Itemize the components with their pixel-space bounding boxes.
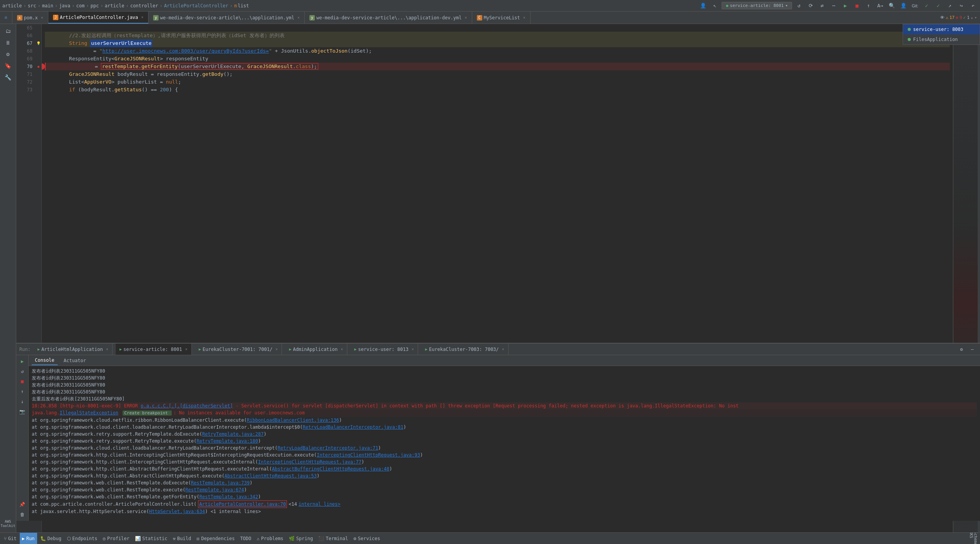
status-statistic[interactable]: 📊 Statistic bbox=[133, 533, 170, 544]
menu-icon[interactable]: ⋯ bbox=[829, 1, 838, 10]
files-application-item[interactable]: FilesApplication bbox=[903, 34, 980, 44]
service-user-8003-item[interactable]: service-user: 8003 bbox=[903, 24, 980, 34]
run-tab-service-user[interactable]: ▶ service-user: 8013 × bbox=[350, 344, 418, 355]
console-tab-console[interactable]: Console bbox=[32, 356, 58, 365]
status-debug[interactable]: 🐛 Debug bbox=[38, 533, 64, 544]
translate-icon[interactable]: A→ bbox=[876, 1, 885, 10]
code-line-69: ResponseEntity<GraceJSONResult> response… bbox=[45, 55, 950, 63]
log-line-12: at org.springframework.http.client.Abstr… bbox=[32, 465, 977, 472]
camera-btn[interactable]: 📷 bbox=[18, 407, 27, 416]
code-line-70: = restTemplate.getForEntity(userServerUr… bbox=[45, 63, 950, 70]
status-todo[interactable]: TODO bbox=[238, 533, 254, 544]
check2-icon[interactable]: ✓ bbox=[934, 1, 943, 10]
sidebar-tool-icon[interactable]: 🔧 bbox=[2, 72, 14, 83]
console-output-area: Console Actuator 发布者id列表230311GG505NFY80… bbox=[29, 355, 980, 521]
minimize-run-btn[interactable]: — bbox=[968, 345, 977, 354]
status-terminal[interactable]: ⬛ Terminal bbox=[316, 533, 350, 544]
status-run[interactable]: ▶ Run bbox=[20, 533, 37, 544]
internal-lines-link[interactable]: internal lines> bbox=[299, 501, 340, 508]
person-icon[interactable]: 👤 bbox=[698, 1, 708, 10]
log-line-error-main: 18:26.858 [http-nio-8001-exec-9] ERROR o… bbox=[32, 402, 977, 409]
play-icon[interactable]: ▶ bbox=[841, 1, 850, 10]
code-line-65 bbox=[45, 24, 950, 32]
stop-btn[interactable]: ■ bbox=[18, 377, 27, 386]
log-line-7: at org.springframework.retry.support.Ret… bbox=[32, 431, 977, 438]
status-build[interactable]: ⚒ Build bbox=[171, 533, 193, 544]
status-endpoints[interactable]: ⬡ Endpoints bbox=[65, 533, 100, 544]
services-icon: ⚙ bbox=[353, 536, 356, 541]
tab-myservice-list[interactable]: C MyServiceList × bbox=[472, 12, 531, 24]
status-git[interactable]: ⑂ Git bbox=[2, 533, 19, 544]
close-run-tab-0[interactable]: × bbox=[106, 347, 108, 351]
git-arrow-icon[interactable]: ↗ bbox=[945, 1, 954, 10]
user-icon[interactable]: 👤 bbox=[899, 1, 908, 10]
run-tab-eureka-7001[interactable]: ▶ EurekaCluster-7001: 7001/ × bbox=[195, 344, 282, 355]
tab-project[interactable]: ≡ bbox=[0, 12, 12, 24]
log-line-16: at org.springframework.web.client.RestTe… bbox=[32, 493, 977, 500]
stop-icon[interactable]: ■ bbox=[852, 1, 862, 10]
console-sub-tabs: Console Actuator bbox=[29, 355, 980, 366]
log-line-illegal-state: java.lang.IllegalStateException Create b… bbox=[32, 409, 977, 417]
run-status-icon: ▶ bbox=[22, 536, 25, 541]
rerun-icon[interactable]: ↺ bbox=[794, 1, 804, 10]
cursor-icon[interactable]: ↖ bbox=[710, 1, 719, 10]
close-list-btn[interactable]: × bbox=[523, 15, 526, 20]
illegal-state-link[interactable]: IllegalStateException bbox=[60, 410, 118, 416]
log-line-3: 发布者id列表230311GG505NFY80 bbox=[32, 388, 977, 395]
sync-icon[interactable]: ⇄ bbox=[818, 1, 827, 10]
console-tab-actuator[interactable]: Actuator bbox=[61, 356, 89, 365]
close-yml-btn[interactable]: × bbox=[297, 15, 300, 20]
close-controller-btn[interactable]: × bbox=[141, 15, 143, 19]
console-body: ▶ ↺ ■ ↑ ↓ 📷 📌 🗑 Console Actuator bbox=[16, 355, 980, 521]
scroll-down-btn[interactable]: ↓ bbox=[18, 397, 27, 406]
reload-icon[interactable]: ⟳ bbox=[806, 1, 815, 10]
sidebar-git-icon[interactable]: ⚙ bbox=[2, 49, 14, 60]
git-push-icon[interactable]: ↑ bbox=[864, 1, 873, 10]
close-run-tab-2[interactable]: × bbox=[275, 347, 278, 351]
close-run-tab-3[interactable]: × bbox=[341, 347, 343, 351]
left-sidebar: 🗂 ≣ ⚙ 🔖 🔧 AWSToolkit bbox=[0, 24, 16, 532]
log-line-13: at org.springframework.http.client.Abstr… bbox=[32, 472, 977, 479]
log-line-9: at org.springframework.cloud.client.load… bbox=[32, 445, 977, 452]
status-dependencies[interactable]: ⧈ Dependencies bbox=[194, 533, 237, 544]
article-controller-link[interactable]: ArticlePortalController.java:70 bbox=[199, 501, 286, 507]
close-pom-btn[interactable]: × bbox=[41, 15, 43, 20]
close-run-tab-1[interactable]: × bbox=[185, 347, 188, 351]
dispatcher-servlet-link[interactable]: o.a.c.c.C.[.[.[dispatcherServlet] bbox=[141, 403, 233, 409]
tab-application-yml[interactable]: y we-media-dev-service-article\...\appli… bbox=[149, 12, 305, 24]
code-line-71: GraceJSONResult bodyResult = responseEnt… bbox=[45, 70, 950, 78]
trash-btn[interactable]: 🗑 bbox=[18, 510, 27, 519]
restart-btn[interactable]: ▶ bbox=[18, 357, 27, 366]
tab-application-dev-yml[interactable]: y we-media-dev-service-article\...\appli… bbox=[305, 12, 472, 24]
tab-article-controller[interactable]: J ArticlePortalController.java × bbox=[48, 12, 149, 24]
close-yml-dev-btn[interactable]: × bbox=[465, 15, 467, 20]
log-line-15: at org.springframework.web.client.RestTe… bbox=[32, 486, 977, 493]
pin-btn[interactable]: 📌 bbox=[18, 500, 27, 509]
run-tab-eureka-7003[interactable]: ▶ EurekaCluster-7003: 7003/ × bbox=[421, 344, 509, 355]
sidebar-aws-icon[interactable]: AWSToolkit bbox=[1, 517, 15, 531]
tab-pom[interactable]: x pom.x × bbox=[12, 12, 48, 24]
search-icon[interactable]: 🔍 bbox=[887, 1, 896, 10]
rerun-btn[interactable]: ↺ bbox=[18, 367, 27, 376]
close-run-tab-5[interactable]: × bbox=[502, 347, 504, 351]
status-spring[interactable]: 🌿 Spring bbox=[287, 533, 315, 544]
close-run-tab-4[interactable]: × bbox=[411, 347, 414, 351]
sidebar-bookmark-icon[interactable]: 🔖 bbox=[2, 60, 14, 71]
status-problems[interactable]: ⚠ Problems bbox=[254, 533, 286, 544]
git-arrow2-icon[interactable]: ↪ bbox=[957, 1, 966, 10]
status-services[interactable]: ⚙ Services bbox=[351, 533, 382, 544]
service-selector[interactable]: ● service-article: 8001 ▾ bbox=[722, 2, 792, 9]
statistic-icon: 📊 bbox=[135, 536, 141, 541]
checkmark-icon[interactable]: ✓ bbox=[922, 1, 931, 10]
run-tab-service-article[interactable]: ▶ service-article: 8001 × bbox=[116, 344, 192, 355]
git-label[interactable]: Git: bbox=[910, 1, 920, 10]
rks-scheme[interactable]: RKS Scheme bbox=[968, 532, 978, 544]
status-profiler[interactable]: ◎ Profiler bbox=[101, 533, 132, 544]
undo-icon[interactable]: ↶ bbox=[968, 1, 978, 10]
sidebar-structure-icon[interactable]: ≣ bbox=[2, 37, 14, 48]
run-tab-admin[interactable]: ▶ AdminApplication × bbox=[285, 344, 347, 355]
settings-run-btn[interactable]: ⚙ bbox=[957, 345, 966, 354]
sidebar-project-icon[interactable]: 🗂 bbox=[2, 26, 14, 36]
scroll-up-btn[interactable]: ↑ bbox=[18, 387, 27, 396]
run-tab-article-html[interactable]: ▶ ArticleHtmlApplication × bbox=[34, 344, 113, 355]
